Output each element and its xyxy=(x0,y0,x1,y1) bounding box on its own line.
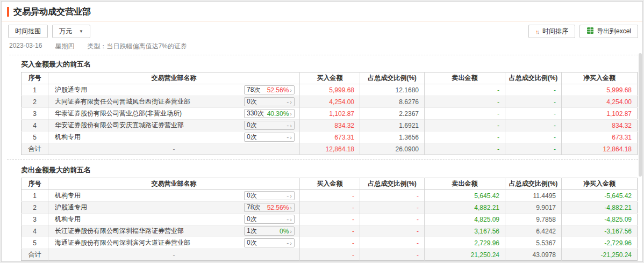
branch-name: 沪股通专用 xyxy=(55,85,87,94)
branch-name: 长江证券股份有限公司深圳福华路证券营业部 xyxy=(55,227,184,236)
rank-cell: 5 xyxy=(22,132,48,143)
times-count: 0次 xyxy=(247,133,257,142)
sell-ratio-cell: 6.4242 xyxy=(505,225,562,237)
branch-name: 机构专用 xyxy=(55,191,81,200)
times-badge[interactable]: 0次-› xyxy=(244,238,295,247)
total-net-cell: 12,864.18 xyxy=(562,143,638,155)
buy-amount-cell: 4,254.00 xyxy=(300,96,360,108)
net-buy-cell: 673.31 xyxy=(562,132,638,143)
sell-ratio-cell: 11.4495 xyxy=(505,190,562,202)
times-badge[interactable]: 78次52.56%› xyxy=(244,85,295,94)
net-buy-cell: -3,167.56 xyxy=(562,225,638,237)
times-badge[interactable]: 330次40.30%› xyxy=(244,109,295,118)
net-buy-cell: 4,254.00 xyxy=(562,96,638,108)
sell-top5-table: 序号 交易营业部名称 买入金额 占总成交比例(%) 卖出金额 占总成交比例(%)… xyxy=(21,178,638,261)
branch-cell: 机构专用 0次-› xyxy=(48,132,300,143)
column-header-sell-ratio: 占总成交比例(%) xyxy=(505,178,562,190)
type-label: 类型： xyxy=(87,42,106,50)
rank-cell: 2 xyxy=(22,202,48,214)
sort-arrows-icon: ↑↓ xyxy=(535,28,540,35)
unit-selected-value: 万元 xyxy=(59,27,72,36)
times-badge[interactable]: 0次-› xyxy=(244,121,295,130)
buy-ratio-cell: - xyxy=(360,237,425,249)
chevron-right-icon: › xyxy=(290,240,292,246)
table-row: 3 华泰证券股份有限公司营业总部(非营业场所) 330次40.30%› 1,10… xyxy=(22,108,638,120)
chevron-right-icon: › xyxy=(290,216,292,223)
vertical-scrollbar-thumb[interactable] xyxy=(639,53,642,177)
times-pct: 40.30% xyxy=(267,110,289,118)
sell-ratio-cell: - xyxy=(505,108,562,120)
total-label-cell: 合计 xyxy=(22,143,48,155)
times-pct: 52.56% xyxy=(267,86,289,94)
unit-select[interactable]: 万元 ▼ xyxy=(52,25,90,38)
time-sort-label: 时间排序 xyxy=(542,27,568,36)
sell-amount-cell: 4,882.21 xyxy=(425,202,505,214)
column-header-no: 序号 xyxy=(22,178,48,190)
toolbar-right: ↑↓ 时间排序 导出到excel xyxy=(528,25,638,38)
sell-amount-cell: 3,167.56 xyxy=(425,225,505,237)
table-row: 5 海通证券股份有限公司深圳滨河大道证券营业部 0次-› - - 2,729.9… xyxy=(22,237,638,249)
title-divider xyxy=(2,21,642,21)
trade-anomaly-panel: 交易异动成交营业部 时间范围 万元 ▼ ↑↓ 时间排序 导出到excel 202… xyxy=(1,1,643,262)
chevron-right-icon: › xyxy=(290,99,292,105)
buy-amount-cell: - xyxy=(300,202,360,214)
time-range-label: 时间范围 xyxy=(15,27,41,36)
net-buy-cell: 5,999.68 xyxy=(562,84,638,96)
times-pct: - xyxy=(287,122,289,129)
total-sell-ratio-cell: 43.0978 xyxy=(505,249,562,261)
times-badge[interactable]: 1次0%› xyxy=(244,227,295,236)
total-row: 合计 - 12,864.18 26.0900 - - 12,864.18 xyxy=(22,143,638,155)
branch-cell: 华泰证券股份有限公司营业总部(非营业场所) 330次40.30%› xyxy=(48,108,300,120)
sell-amount-cell: - xyxy=(425,132,505,143)
column-header-sell: 卖出金额 xyxy=(425,178,505,190)
table-row: 1 机构专用 0次-› - - 5,645.42 11.4495 -5,645.… xyxy=(22,190,638,202)
sell-ratio-cell: 9.9017 xyxy=(505,202,562,214)
export-excel-button[interactable]: 导出到excel xyxy=(579,25,638,38)
sell-ratio-cell: - xyxy=(505,84,562,96)
times-badge[interactable]: 0次-› xyxy=(244,133,295,142)
branch-cell: 机构专用 0次-› xyxy=(48,190,300,202)
buy-ratio-cell: - xyxy=(360,225,425,237)
sell-amount-cell: - xyxy=(425,96,505,108)
section-divider xyxy=(7,159,638,160)
times-pct: - xyxy=(287,134,289,141)
times-badge[interactable]: 0次-› xyxy=(244,97,295,106)
chevron-right-icon: › xyxy=(290,134,292,141)
page-title-row: 交易异动成交营业部 xyxy=(7,6,638,18)
sell-amount-cell: 5,645.42 xyxy=(425,190,505,202)
total-name-cell: - xyxy=(48,249,300,261)
table-row: 3 机构专用 0次-› - - 4,825.09 9.7858 -4,825.0… xyxy=(22,214,638,225)
total-row: 合计 - - - 21,250.24 43.0978 -21,250.24 xyxy=(22,249,638,261)
total-buy-cell: - xyxy=(300,249,360,261)
times-badge[interactable]: 78次52.56%› xyxy=(244,203,295,212)
times-badge[interactable]: 0次-› xyxy=(244,191,295,200)
rank-cell: 1 xyxy=(22,190,48,202)
buy-amount-cell: - xyxy=(300,214,360,225)
times-count: 1次 xyxy=(247,227,257,236)
table-row: 2 大同证券有限责任公司晋城凤台西街证券营业部 0次-› 4,254.00 8.… xyxy=(22,96,638,108)
buy-amount-cell: 5,999.68 xyxy=(300,84,360,96)
type-value: 当日跌幅偏离值达7%的证券 xyxy=(106,42,187,50)
times-count: 0次 xyxy=(247,191,257,200)
rank-cell: 4 xyxy=(22,120,48,132)
times-count: 0次 xyxy=(247,97,257,106)
branch-cell: 沪股通专用 78次52.56%› xyxy=(48,202,300,214)
table-row: 5 机构专用 0次-› 673.31 1.3656 - - 673.31 xyxy=(22,132,638,143)
branch-name: 华泰证券股份有限公司营业总部(非营业场所) xyxy=(55,109,182,118)
buy-top5-section-title: 买入金额最大的前五名 xyxy=(21,60,638,69)
rank-cell: 1 xyxy=(22,84,48,96)
time-sort-button[interactable]: ↑↓ 时间排序 xyxy=(528,25,575,38)
toolbar-left: 时间范围 万元 ▼ xyxy=(8,25,90,38)
branch-cell: 长江证券股份有限公司深圳福华路证券营业部 1次0%› xyxy=(48,225,300,237)
header-row: 序号 交易营业部名称 买入金额 占总成交比例(%) 卖出金额 占总成交比例(%)… xyxy=(22,178,638,190)
column-header-buy-ratio: 占总成交比例(%) xyxy=(360,178,425,190)
times-badge[interactable]: 0次-› xyxy=(244,215,295,224)
branch-name: 机构专用 xyxy=(55,215,81,224)
sell-amount-cell: 2,729.96 xyxy=(425,237,505,249)
buy-ratio-cell: - xyxy=(360,190,425,202)
net-buy-cell: 1,102.87 xyxy=(562,108,638,120)
time-range-button[interactable]: 时间范围 xyxy=(8,25,48,38)
sell-top5-section-title: 卖出金额最大的前五名 xyxy=(21,165,638,175)
buy-ratio-cell: 1.3656 xyxy=(360,132,425,143)
column-header-sell: 卖出金额 xyxy=(425,72,505,84)
